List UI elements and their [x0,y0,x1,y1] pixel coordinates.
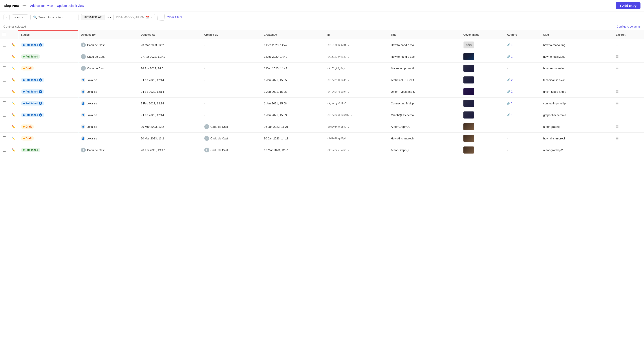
updated-by-name: Cadu de Cast [87,67,105,70]
updated-at-column-header[interactable]: Updated At [138,30,202,39]
updated-by-name: Lokalise [87,78,97,82]
authors-cell[interactable]: 🔗1 [507,55,538,58]
add-entry-button[interactable]: + Add entry [616,2,640,9]
edit-cell[interactable]: ✏️ [9,133,18,144]
cover-image [464,146,474,153]
edit-icon[interactable]: ✏️ [12,113,15,117]
edit-icon[interactable]: ✏️ [12,137,15,140]
edit-col-header [9,30,18,39]
id-column-header[interactable]: ID [325,30,388,39]
edit-cell[interactable]: ✏️ [9,144,18,156]
authors-cell[interactable]: 🔗2 [507,90,538,93]
configure-columns-button[interactable]: Configure columns [617,25,640,28]
updated-at-cell: 9 Feb 2023, 12:14 [138,86,202,98]
row-checkbox-cell[interactable] [0,144,9,156]
cover-image-column-header[interactable]: Cover Image [461,30,504,39]
title-cell: How to handle ma [388,39,461,51]
avatar: C [81,54,86,59]
edit-icon[interactable]: ✏️ [12,148,15,152]
row-checkbox[interactable] [3,125,6,128]
add-filter-button[interactable]: + [158,14,164,21]
row-checkbox-cell[interactable] [0,133,9,144]
authors-td: - [504,63,541,74]
edit-cell[interactable]: ✏️ [9,121,18,133]
edit-cell[interactable]: ✏️ [9,109,18,121]
row-checkbox-cell[interactable] [0,86,9,98]
more-options-button[interactable]: ••• [22,3,26,8]
row-checkbox-cell[interactable] [0,121,9,133]
row-checkbox[interactable] [3,148,6,151]
cover-image [464,53,474,60]
authors-empty: - [507,148,508,152]
stages-column-header[interactable]: Stages [18,30,78,39]
excerpt-cell: ☰ [613,98,644,109]
title-column-header[interactable]: Title [388,30,461,39]
authors-cell[interactable]: 🔗1 [507,102,538,105]
chevron-down-icon[interactable]: ▾ [24,16,26,19]
row-checkbox-cell[interactable] [0,109,9,121]
link-icon: 🔗 [507,43,510,47]
excerpt-column-header[interactable]: Excerpt [613,30,644,39]
stage-badge: Draft [21,136,34,140]
authors-cell[interactable]: 🔗1 [507,113,538,116]
edit-cell[interactable]: ✏️ [9,51,18,63]
search-input[interactable] [38,16,74,19]
row-checkbox-cell[interactable] [0,63,9,74]
filter-operator[interactable]: is ▾ [104,15,114,20]
title-cell: How AI is Improvin [388,133,461,144]
search-icon: 🔍 [33,16,37,19]
created-at-cell: 1 Jan 2021, 15:09 [261,109,325,121]
edit-cell[interactable]: ✏️ [9,63,18,74]
language-remove-button[interactable]: × [21,16,23,19]
translate-icon: ⌖ [14,16,16,19]
row-checkbox-cell[interactable] [0,74,9,86]
edit-cell[interactable]: ✏️ [9,86,18,98]
created-by-td: C Cadu de Cast [202,121,261,133]
cover-image [464,123,474,130]
row-checkbox[interactable] [3,90,6,93]
authors-cell[interactable]: 🔗1 [507,43,538,47]
row-checkbox[interactable] [3,136,6,140]
stage-dot [23,138,25,139]
row-checkbox-cell[interactable] [0,39,9,51]
updated-by-td: 👤 Lokalise [78,121,138,133]
row-checkbox[interactable] [3,55,6,58]
authors-column-header[interactable]: Authors [504,30,541,39]
row-checkbox[interactable] [3,78,6,82]
edit-icon[interactable]: ✏️ [12,125,15,128]
edit-icon[interactable]: ✏️ [12,55,15,58]
id-cell: clf5ceey35xko... [325,144,388,156]
title-cell: Technical SEO wit [388,74,461,86]
edit-icon[interactable]: ✏️ [12,43,15,47]
select-all-header[interactable] [0,30,9,39]
language-filter[interactable]: ⌖ en × ▾ [12,14,28,20]
row-checkbox[interactable] [3,113,6,116]
edit-icon[interactable]: ✏️ [12,102,15,105]
authors-cell[interactable]: 🔗2 [507,78,538,82]
select-all-checkbox[interactable] [3,33,6,36]
excerpt-cell: ☰ [613,51,644,63]
edit-icon[interactable]: ✏️ [12,67,15,70]
update-default-view-link[interactable]: Update default view [57,4,84,8]
clear-filters-button[interactable]: Clear filters [167,16,182,19]
add-custom-view-link[interactable]: Add custom view [30,4,54,8]
row-checkbox[interactable] [3,43,6,47]
authors-empty: - [507,125,508,128]
created-by-column-header[interactable]: Created By [202,30,261,39]
collapse-sidebar-button[interactable]: « [4,14,10,20]
edit-icon[interactable]: ✏️ [12,90,15,93]
created-at-column-header[interactable]: Created At [261,30,325,39]
updated-by-column-header[interactable]: Updated By [78,30,138,39]
row-checkbox[interactable] [3,101,6,105]
row-checkbox-cell[interactable] [0,98,9,109]
edit-cell[interactable]: ✏️ [9,98,18,109]
search-box[interactable]: 🔍 [30,14,79,20]
filter-value[interactable]: DD/MM/YYYY,HH:MM 📅 × [114,14,155,20]
edit-cell[interactable]: ✏️ [9,39,18,51]
row-checkbox-cell[interactable] [0,51,9,63]
edit-icon[interactable]: ✏️ [12,78,15,82]
edit-cell[interactable]: ✏️ [9,74,18,86]
slug-column-header[interactable]: Slug [541,30,613,39]
row-checkbox[interactable] [3,66,6,70]
filter-remove-button[interactable]: × [151,16,152,19]
